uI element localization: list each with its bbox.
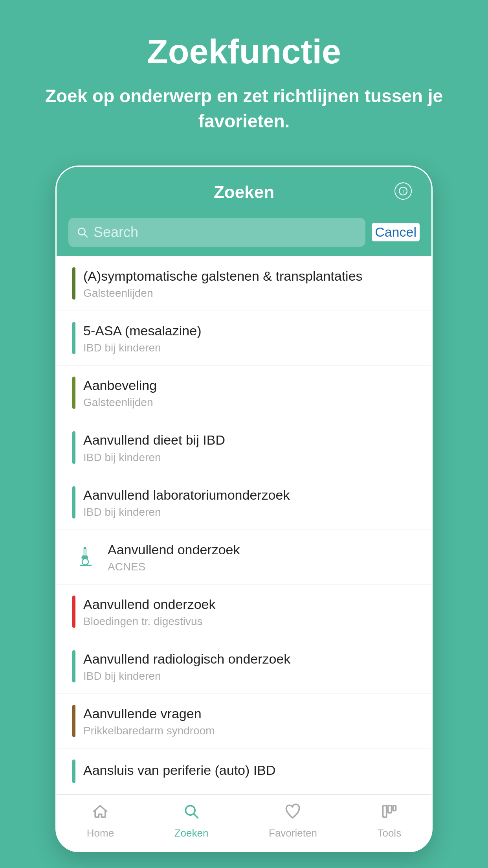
color-bar	[72, 431, 75, 463]
color-bar	[72, 760, 75, 783]
list-item[interactable]: Aansluis van periferie (auto) IBD	[57, 748, 431, 794]
item-text: Aanvullend onderzoek ACNES	[108, 541, 416, 573]
color-bar	[72, 267, 75, 300]
nav-label: Zoeken	[174, 827, 209, 839]
phone-header: Zoeken i	[57, 167, 431, 211]
search-input-wrapper[interactable]: Search	[68, 218, 365, 247]
item-text: Aanvullend radiologisch onderzoek IBD bi…	[83, 650, 416, 682]
nav-label: Favorieten	[269, 827, 317, 839]
list-item[interactable]: Aanvullende vragen Prikkelbaredarm syndr…	[57, 694, 431, 748]
nav-item-home[interactable]: Home	[75, 803, 126, 839]
color-bar	[72, 705, 75, 737]
item-text: Aanvullend laboratoriumonderzoek IBD bij…	[83, 486, 416, 519]
item-subtitle: Galsteenlijden	[83, 396, 416, 409]
item-title: Aanvullend radiologisch onderzoek	[83, 650, 416, 668]
item-text: Aanvullend onderzoek Bloedingen tr. dige…	[83, 596, 416, 628]
item-title: Aanvullend dieet bij IBD	[83, 431, 416, 449]
search-nav-icon	[183, 803, 200, 824]
svg-rect-14	[388, 806, 391, 813]
list-item[interactable]: Aanvullend onderzoek ACNES	[57, 530, 431, 585]
item-subtitle: ACNES	[108, 561, 416, 573]
list-item[interactable]: (A)symptomatische galstenen & transplant…	[57, 256, 431, 311]
search-bar-container: Search Cancel	[57, 211, 431, 256]
list-item[interactable]: Aanvullend onderzoek Bloedingen tr. dige…	[57, 585, 431, 639]
item-subtitle: IBD bij kinderen	[83, 342, 416, 354]
item-title: Aanvullende vragen	[83, 705, 416, 722]
item-text: (A)symptomatische galstenen & transplant…	[83, 267, 416, 300]
item-title: Aanvullend onderzoek	[108, 541, 416, 558]
item-title: (A)symptomatische galstenen & transplant…	[83, 267, 416, 285]
svg-rect-15	[393, 806, 396, 811]
nav-label: Home	[87, 827, 114, 839]
nav-label: Tools	[377, 827, 401, 839]
item-subtitle: IBD bij kinderen	[83, 506, 416, 519]
microscope-icon	[72, 545, 100, 569]
list-item[interactable]: Aanvullend radiologisch onderzoek IBD bi…	[57, 639, 431, 694]
item-text: Aansluis van periferie (auto) IBD	[83, 761, 416, 781]
nav-item-zoeken[interactable]: Zoeken	[163, 803, 220, 839]
svg-rect-13	[383, 806, 386, 817]
heart-nav-icon	[284, 803, 301, 824]
page-subtitle: Zoek op onderwerp en zet richtlijnen tus…	[24, 83, 464, 134]
svg-point-8	[82, 559, 88, 565]
search-results-list: (A)symptomatische galstenen & transplant…	[57, 256, 431, 795]
svg-text:i: i	[402, 188, 404, 194]
item-subtitle: Prikkelbaredarm syndroom	[83, 725, 416, 737]
list-item[interactable]: Aanbeveling Galsteenlijden	[57, 366, 431, 420]
page-title: Zoekfunctie	[24, 31, 464, 72]
item-text: 5-ASA (mesalazine) IBD bij kinderen	[83, 322, 416, 354]
item-title: 5-ASA (mesalazine)	[83, 322, 416, 339]
item-title: Aanvullend onderzoek	[83, 596, 416, 613]
color-bar	[72, 322, 75, 354]
page-header: Zoekfunctie Zoek op onderwerp en zet ric…	[0, 0, 488, 150]
bottom-navigation: HomeZoekenFavorietenTools	[57, 794, 431, 851]
nav-item-tools[interactable]: Tools	[365, 803, 413, 839]
color-bar	[72, 596, 75, 628]
home-nav-icon	[92, 803, 109, 824]
svg-line-12	[194, 814, 198, 818]
search-icon	[76, 226, 89, 239]
phone-mockup: Zoeken i Search Cancel (A)symptomatische…	[55, 166, 433, 853]
cancel-button[interactable]: Cancel	[372, 223, 420, 241]
color-bar	[72, 486, 75, 519]
list-item[interactable]: Aanvullend laboratoriumonderzoek IBD bij…	[57, 475, 431, 530]
item-title: Aanvullend laboratoriumonderzoek	[83, 486, 416, 504]
item-subtitle: Galsteenlijden	[83, 287, 416, 300]
svg-line-3	[84, 234, 87, 237]
color-bar	[72, 650, 75, 682]
item-subtitle: Bloedingen tr. digestivus	[83, 615, 416, 628]
phone-screen-title: Zoeken	[214, 182, 274, 202]
list-item[interactable]: Aanvullend dieet bij IBD IBD bij kindere…	[57, 420, 431, 475]
svg-rect-5	[84, 547, 86, 549]
search-placeholder: Search	[94, 224, 138, 241]
list-item[interactable]: 5-ASA (mesalazine) IBD bij kinderen	[57, 311, 431, 366]
item-title: Aansluis van periferie (auto) IBD	[83, 761, 416, 779]
nav-item-favorieten[interactable]: Favorieten	[257, 803, 329, 839]
item-text: Aanvullend dieet bij IBD IBD bij kindere…	[83, 431, 416, 463]
color-bar	[72, 377, 75, 409]
item-title: Aanbeveling	[83, 377, 416, 394]
item-subtitle: IBD bij kinderen	[83, 670, 416, 682]
item-text: Aanvullende vragen Prikkelbaredarm syndr…	[83, 705, 416, 737]
info-icon[interactable]: i	[394, 182, 412, 200]
tools-nav-icon	[381, 803, 398, 824]
item-subtitle: IBD bij kinderen	[83, 451, 416, 464]
item-text: Aanbeveling Galsteenlijden	[83, 377, 416, 409]
